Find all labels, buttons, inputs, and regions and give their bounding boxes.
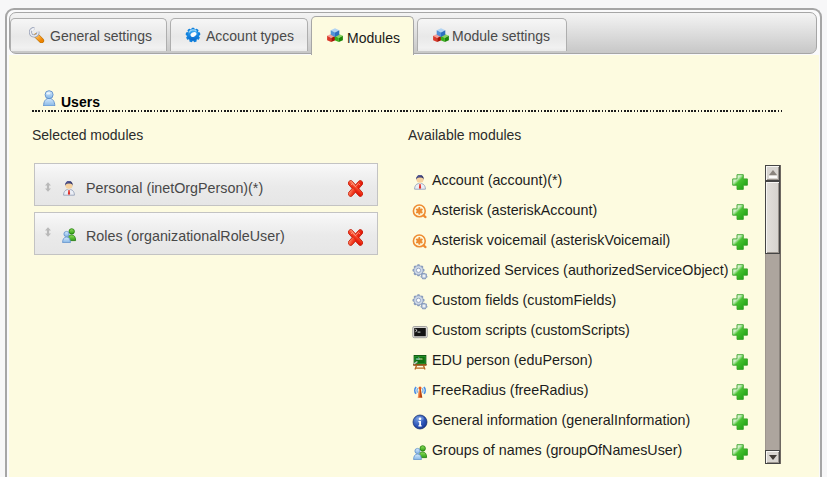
- svg-text:abc: abc: [416, 356, 423, 361]
